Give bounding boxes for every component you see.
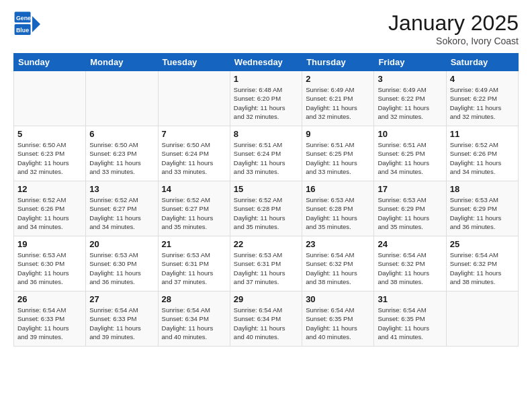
calendar-week-1: 1Sunrise: 6:48 AM Sunset: 6:20 PM Daylig…: [14, 71, 519, 126]
day-number: 29: [234, 294, 298, 304]
day-number: 30: [306, 294, 370, 304]
calendar-table: SundayMondayTuesdayWednesdayThursdayFrid…: [13, 53, 519, 347]
calendar-cell: 27Sunrise: 6:54 AM Sunset: 6:33 PM Dayli…: [86, 291, 158, 347]
day-number: 22: [234, 239, 298, 249]
calendar-week-4: 19Sunrise: 6:53 AM Sunset: 6:30 PM Dayli…: [14, 236, 519, 291]
calendar-cell: 5Sunrise: 6:50 AM Sunset: 6:23 PM Daylig…: [14, 126, 86, 181]
calendar-cell: 15Sunrise: 6:52 AM Sunset: 6:28 PM Dayli…: [230, 181, 302, 236]
title-block: January 2025 Sokoro, Ivory Coast: [388, 11, 519, 46]
calendar-cell: 2Sunrise: 6:49 AM Sunset: 6:21 PM Daylig…: [302, 71, 374, 126]
day-number: 26: [17, 294, 82, 304]
day-info: Sunrise: 6:49 AM Sunset: 6:21 PM Dayligh…: [306, 85, 370, 121]
day-number: 7: [162, 129, 226, 139]
day-number: 20: [89, 239, 154, 249]
calendar-cell: 11Sunrise: 6:52 AM Sunset: 6:26 PM Dayli…: [446, 126, 518, 181]
calendar-cell: 12Sunrise: 6:52 AM Sunset: 6:26 PM Dayli…: [14, 181, 86, 236]
calendar-cell: 26Sunrise: 6:54 AM Sunset: 6:33 PM Dayli…: [14, 291, 86, 347]
calendar-cell: 13Sunrise: 6:52 AM Sunset: 6:27 PM Dayli…: [86, 181, 158, 236]
day-info: Sunrise: 6:54 AM Sunset: 6:32 PM Dayligh…: [450, 250, 515, 286]
day-info: Sunrise: 6:53 AM Sunset: 6:29 PM Dayligh…: [450, 195, 515, 231]
calendar-week-3: 12Sunrise: 6:52 AM Sunset: 6:26 PM Dayli…: [14, 181, 519, 236]
day-info: Sunrise: 6:51 AM Sunset: 6:24 PM Dayligh…: [234, 140, 298, 176]
day-number: 18: [450, 184, 515, 194]
calendar-cell: 21Sunrise: 6:53 AM Sunset: 6:31 PM Dayli…: [158, 236, 230, 291]
day-info: Sunrise: 6:49 AM Sunset: 6:22 PM Dayligh…: [378, 85, 442, 121]
day-number: 28: [162, 294, 226, 304]
day-info: Sunrise: 6:52 AM Sunset: 6:28 PM Dayligh…: [234, 195, 298, 231]
day-info: Sunrise: 6:50 AM Sunset: 6:23 PM Dayligh…: [89, 140, 154, 176]
page: General Blue January 2025 Sokoro, Ivory …: [0, 0, 532, 411]
calendar-cell: 29Sunrise: 6:54 AM Sunset: 6:34 PM Dayli…: [230, 291, 302, 347]
calendar-cell: 22Sunrise: 6:53 AM Sunset: 6:31 PM Dayli…: [230, 236, 302, 291]
day-info: Sunrise: 6:49 AM Sunset: 6:22 PM Dayligh…: [450, 85, 515, 121]
calendar-cell: 16Sunrise: 6:53 AM Sunset: 6:28 PM Dayli…: [302, 181, 374, 236]
day-number: 12: [17, 184, 82, 194]
day-info: Sunrise: 6:54 AM Sunset: 6:35 PM Dayligh…: [306, 306, 370, 341]
location: Sokoro, Ivory Coast: [388, 36, 519, 46]
calendar-cell: 8Sunrise: 6:51 AM Sunset: 6:24 PM Daylig…: [230, 126, 302, 181]
day-info: Sunrise: 6:52 AM Sunset: 6:26 PM Dayligh…: [450, 140, 515, 176]
day-info: Sunrise: 6:53 AM Sunset: 6:31 PM Dayligh…: [162, 250, 226, 286]
calendar-cell: 19Sunrise: 6:53 AM Sunset: 6:30 PM Dayli…: [14, 236, 86, 291]
calendar-header-sunday: Sunday: [14, 54, 86, 71]
day-info: Sunrise: 6:54 AM Sunset: 6:32 PM Dayligh…: [306, 250, 370, 286]
day-number: 25: [450, 239, 515, 249]
day-info: Sunrise: 6:54 AM Sunset: 6:34 PM Dayligh…: [162, 306, 226, 341]
day-info: Sunrise: 6:50 AM Sunset: 6:24 PM Dayligh…: [162, 140, 226, 176]
day-number: 14: [162, 184, 226, 194]
calendar-cell: [158, 71, 230, 126]
day-info: Sunrise: 6:54 AM Sunset: 6:35 PM Dayligh…: [378, 306, 442, 341]
calendar-cell: 6Sunrise: 6:50 AM Sunset: 6:23 PM Daylig…: [86, 126, 158, 181]
calendar-header-friday: Friday: [374, 54, 446, 71]
calendar-header-row: SundayMondayTuesdayWednesdayThursdayFrid…: [14, 54, 519, 71]
day-number: 27: [89, 294, 154, 304]
day-number: 2: [306, 74, 370, 84]
day-number: 19: [17, 239, 82, 249]
logo: General Blue: [13, 11, 40, 38]
calendar-header-monday: Monday: [86, 54, 158, 71]
day-info: Sunrise: 6:52 AM Sunset: 6:27 PM Dayligh…: [162, 195, 226, 231]
calendar-cell: [14, 71, 86, 126]
month-title: January 2025: [388, 11, 519, 36]
day-number: 5: [17, 129, 82, 139]
day-number: 6: [89, 129, 154, 139]
calendar-cell: 17Sunrise: 6:53 AM Sunset: 6:29 PM Dayli…: [374, 181, 446, 236]
day-info: Sunrise: 6:54 AM Sunset: 6:32 PM Dayligh…: [378, 250, 442, 286]
day-info: Sunrise: 6:51 AM Sunset: 6:25 PM Dayligh…: [378, 140, 442, 176]
day-number: 23: [306, 239, 370, 249]
day-info: Sunrise: 6:52 AM Sunset: 6:26 PM Dayligh…: [17, 195, 82, 231]
day-number: 3: [378, 74, 442, 84]
svg-text:Blue: Blue: [16, 27, 29, 34]
day-number: 10: [378, 129, 442, 139]
day-number: 4: [450, 74, 515, 84]
day-info: Sunrise: 6:48 AM Sunset: 6:20 PM Dayligh…: [234, 85, 298, 121]
calendar-week-5: 26Sunrise: 6:54 AM Sunset: 6:33 PM Dayli…: [14, 291, 519, 347]
day-info: Sunrise: 6:54 AM Sunset: 6:34 PM Dayligh…: [234, 306, 298, 341]
day-number: 24: [378, 239, 442, 249]
calendar-cell: 9Sunrise: 6:51 AM Sunset: 6:25 PM Daylig…: [302, 126, 374, 181]
calendar-cell: 3Sunrise: 6:49 AM Sunset: 6:22 PM Daylig…: [374, 71, 446, 126]
calendar-cell: 28Sunrise: 6:54 AM Sunset: 6:34 PM Dayli…: [158, 291, 230, 347]
day-info: Sunrise: 6:51 AM Sunset: 6:25 PM Dayligh…: [306, 140, 370, 176]
day-info: Sunrise: 6:54 AM Sunset: 6:33 PM Dayligh…: [17, 306, 82, 341]
day-info: Sunrise: 6:53 AM Sunset: 6:31 PM Dayligh…: [234, 250, 298, 286]
calendar-week-2: 5Sunrise: 6:50 AM Sunset: 6:23 PM Daylig…: [14, 126, 519, 181]
calendar-cell: 14Sunrise: 6:52 AM Sunset: 6:27 PM Dayli…: [158, 181, 230, 236]
day-info: Sunrise: 6:53 AM Sunset: 6:30 PM Dayligh…: [17, 250, 82, 286]
day-number: 1: [234, 74, 298, 84]
logo-svg: General Blue: [13, 11, 40, 38]
day-info: Sunrise: 6:53 AM Sunset: 6:28 PM Dayligh…: [306, 195, 370, 231]
calendar-cell: [86, 71, 158, 126]
day-info: Sunrise: 6:50 AM Sunset: 6:23 PM Dayligh…: [17, 140, 82, 176]
calendar-cell: 18Sunrise: 6:53 AM Sunset: 6:29 PM Dayli…: [446, 181, 518, 236]
calendar-header-saturday: Saturday: [446, 54, 518, 71]
day-info: Sunrise: 6:53 AM Sunset: 6:30 PM Dayligh…: [89, 250, 154, 286]
day-number: 21: [162, 239, 226, 249]
calendar-header-thursday: Thursday: [302, 54, 374, 71]
calendar-header-wednesday: Wednesday: [230, 54, 302, 71]
day-number: 13: [89, 184, 154, 194]
calendar-cell: 24Sunrise: 6:54 AM Sunset: 6:32 PM Dayli…: [374, 236, 446, 291]
day-info: Sunrise: 6:52 AM Sunset: 6:27 PM Dayligh…: [89, 195, 154, 231]
day-number: 31: [378, 294, 442, 304]
day-info: Sunrise: 6:54 AM Sunset: 6:33 PM Dayligh…: [89, 306, 154, 341]
